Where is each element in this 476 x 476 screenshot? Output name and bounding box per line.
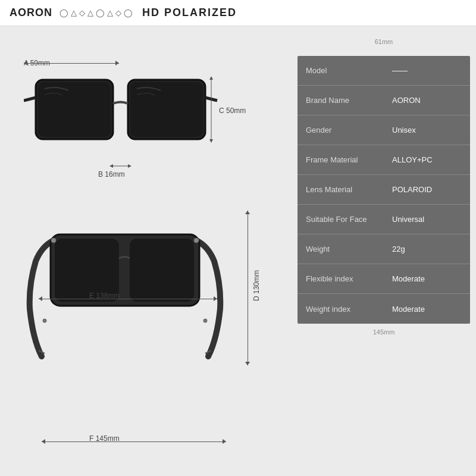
header-bar: AORON ◯ △ ◇ △ ◯ △ ◇ ◯ HD POLARIZED bbox=[0, 0, 476, 26]
spec-row: Model—— bbox=[298, 56, 470, 86]
spec-value: Unisex bbox=[384, 120, 470, 140]
spec-row: Flexible indexModerate bbox=[298, 264, 470, 294]
spec-label: Frame Material bbox=[298, 149, 384, 170]
svg-point-18 bbox=[203, 319, 207, 322]
d-label: D 130mm bbox=[252, 270, 261, 301]
diagrams-wrapper: A 59mm bbox=[18, 38, 274, 466]
svg-point-15 bbox=[51, 238, 56, 243]
e-label: E 138mm bbox=[89, 292, 120, 300]
b-label: B 16mm bbox=[98, 170, 125, 178]
specs-panel: 61mm Model——Brand NameAORONGenderUnisexF… bbox=[292, 26, 476, 476]
svg-marker-11 bbox=[209, 139, 213, 143]
svg-point-16 bbox=[194, 238, 199, 243]
spec-row: Suitable For FaceUniversal bbox=[298, 205, 470, 234]
svg-marker-7 bbox=[109, 164, 113, 168]
spec-label: Suitable For Face bbox=[298, 209, 384, 230]
svg-rect-2 bbox=[38, 82, 111, 137]
c-label: C 50mm bbox=[219, 107, 246, 115]
activity-icon-1: ◯ bbox=[60, 8, 68, 17]
activity-icon-5: ◯ bbox=[96, 8, 105, 17]
spec-value: Moderate bbox=[384, 268, 470, 289]
spec-label: Weight index bbox=[298, 299, 384, 320]
svg-rect-3 bbox=[130, 82, 203, 137]
glasses-front-svg bbox=[24, 68, 226, 181]
activity-icons: ◯ △ ◇ △ ◯ △ ◇ ◯ bbox=[60, 8, 133, 17]
spec-row: GenderUnisex bbox=[298, 115, 470, 145]
spec-row: Weight22g bbox=[298, 234, 470, 264]
spec-value: AORON bbox=[384, 90, 470, 111]
main-content: A 59mm bbox=[0, 26, 476, 476]
spec-value: —— bbox=[384, 60, 470, 81]
hd-polarized-label: HD POLARIZED bbox=[142, 7, 237, 19]
spec-label: Weight bbox=[298, 239, 384, 259]
activity-icon-3: ◇ bbox=[79, 8, 85, 17]
diagram-panel: A 59mm bbox=[0, 26, 292, 476]
svg-point-17 bbox=[43, 319, 46, 322]
top-dim-label: 61mm bbox=[298, 38, 470, 45]
spec-row: Frame MaterialALLOY+PC bbox=[298, 145, 470, 175]
svg-marker-10 bbox=[209, 76, 213, 80]
glasses-back-svg bbox=[24, 202, 238, 368]
spec-value: Moderate bbox=[384, 299, 470, 320]
spec-value: Universal bbox=[384, 209, 470, 230]
spec-value: POLAROID bbox=[384, 179, 470, 200]
activity-icon-8: ◯ bbox=[124, 8, 133, 17]
spec-row: Weight indexModerate bbox=[298, 294, 470, 324]
activity-icon-2: △ bbox=[71, 8, 77, 17]
activity-icon-6: △ bbox=[107, 8, 113, 17]
spec-label: Lens Material bbox=[298, 179, 384, 200]
spec-value: 22g bbox=[384, 239, 470, 259]
spec-row: Lens MaterialPOLAROID bbox=[298, 175, 470, 205]
activity-icon-4: △ bbox=[87, 8, 93, 17]
svg-marker-8 bbox=[128, 164, 131, 168]
spec-label: Brand Name bbox=[298, 90, 384, 111]
spec-label: Gender bbox=[298, 120, 384, 140]
svg-line-4 bbox=[24, 98, 36, 101]
brand-name: AORON bbox=[10, 7, 52, 19]
activity-icon-7: ◇ bbox=[115, 8, 121, 17]
bottom-dim-label: 145mm bbox=[298, 328, 470, 336]
specs-table: Model——Brand NameAORONGenderUnisexFrame … bbox=[298, 56, 470, 324]
spec-value: ALLOY+PC bbox=[384, 149, 470, 170]
svg-rect-14 bbox=[130, 239, 194, 302]
a-measurement: A 59mm bbox=[24, 57, 50, 68]
spec-label: Flexible index bbox=[298, 268, 384, 289]
spec-row: Brand NameAORON bbox=[298, 86, 470, 115]
spec-label: Model bbox=[298, 60, 384, 81]
f-label: F 145mm bbox=[89, 434, 120, 443]
